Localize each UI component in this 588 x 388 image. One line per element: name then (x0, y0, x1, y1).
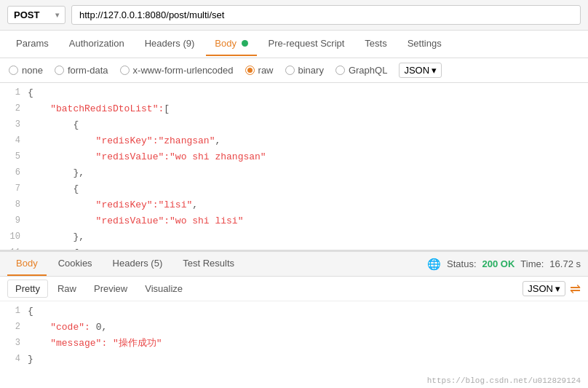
resp-tab-test-results[interactable]: Test Results (174, 252, 243, 276)
tab-authorization[interactable]: Authorization (60, 32, 133, 56)
method-selector[interactable]: POST ▾ (7, 6, 65, 24)
json-format-label: JSON (404, 65, 429, 76)
radio-binary-dot (285, 66, 295, 75)
resp-format-label: JSON (528, 283, 553, 294)
radio-none-dot (9, 66, 18, 75)
radio-raw[interactable]: raw (245, 65, 274, 76)
url-input[interactable] (71, 5, 581, 25)
url-bar: POST ▾ (0, 0, 588, 31)
tab-settings[interactable]: Settings (399, 32, 450, 56)
resp-code-line-3: 3 "message": "操作成功" (0, 336, 588, 352)
code-line-2: 2 "batchRedisDtoList":[ (0, 102, 588, 118)
radio-urlencoded-dot (120, 66, 130, 75)
code-line-1: 1 { (0, 86, 588, 102)
response-body-editor[interactable]: 1 { 2 "code": 0, 3 "message": "操作成功" 4 }… (0, 301, 588, 388)
request-tab-bar: Params Authorization Headers (9) Body Pr… (0, 31, 588, 58)
response-toolbar: Pretty Raw Preview Visualize JSON ▾ ⇌ (0, 277, 588, 301)
radio-urlencoded[interactable]: x-www-form-urlencoded (120, 65, 234, 76)
resp-format-dropdown[interactable]: JSON ▾ (523, 281, 565, 296)
tab-tests[interactable]: Tests (356, 32, 395, 56)
request-body-editor[interactable]: 1 { 2 "batchRedisDtoList":[ 3 { 4 "redis… (0, 83, 588, 250)
radio-graphql-dot (335, 66, 345, 75)
watermark: https://blog.csdn.net/u012829124 (427, 376, 581, 385)
resp-view-preview[interactable]: Preview (86, 280, 135, 298)
status-label: Status: (447, 258, 476, 269)
resp-view-raw[interactable]: Raw (49, 280, 84, 298)
resp-code-line-4: 4 } (0, 352, 588, 368)
chevron-down-icon: ▾ (432, 65, 437, 76)
radio-form-data-dot (55, 66, 64, 75)
method-label: POST (14, 9, 39, 20)
status-value: 200 OK (482, 258, 515, 269)
tab-headers[interactable]: Headers (9) (136, 32, 204, 56)
radio-graphql[interactable]: GraphQL (335, 65, 387, 76)
time-label: Time: (520, 258, 544, 269)
resp-tab-body[interactable]: Body (7, 252, 47, 276)
response-tab-bar: Body Cookies Headers (5) Test Results 🌐 … (0, 250, 588, 277)
code-line-10: 10 }, (0, 230, 588, 246)
code-line-9: 9 "redisValue":"wo shi lisi" (0, 214, 588, 230)
radio-binary[interactable]: binary (285, 65, 324, 76)
code-line-8: 8 "redisKey":"lisi", (0, 198, 588, 214)
code-line-7: 7 { (0, 182, 588, 198)
radio-raw-dot (245, 66, 255, 75)
code-line-5: 5 "redisValue":"wo shi zhangsan" (0, 150, 588, 166)
radio-none[interactable]: none (9, 65, 43, 76)
response-meta: 🌐 Status: 200 OK Time: 16.72 s (427, 258, 581, 271)
resp-code-line-2: 2 "code": 0, (0, 320, 588, 336)
json-format-dropdown[interactable]: JSON ▾ (399, 63, 442, 78)
wrap-lines-icon[interactable]: ⇌ (570, 281, 581, 297)
radio-form-data[interactable]: form-data (55, 65, 108, 76)
tab-pre-request[interactable]: Pre-request Script (260, 32, 354, 56)
resp-tab-cookies[interactable]: Cookies (49, 252, 101, 276)
resp-view-visualize[interactable]: Visualize (137, 280, 191, 298)
body-type-bar: none form-data x-www-form-urlencoded raw… (0, 58, 588, 83)
resp-code-line-1: 1 { (0, 304, 588, 320)
body-active-dot (242, 40, 248, 47)
resp-toolbar-right: JSON ▾ ⇌ (523, 281, 581, 297)
code-line-4: 4 "redisKey":"zhangsan", (0, 134, 588, 150)
globe-icon: 🌐 (427, 258, 441, 271)
tab-body[interactable]: Body (206, 32, 256, 56)
tab-params[interactable]: Params (7, 32, 57, 56)
time-value: 16.72 s (549, 258, 581, 269)
chevron-down-icon: ▾ (555, 283, 560, 294)
code-line-3: 3 { (0, 118, 588, 134)
code-line-6: 6 }, (0, 166, 588, 182)
resp-view-pretty[interactable]: Pretty (7, 280, 48, 298)
chevron-down-icon: ▾ (55, 11, 59, 19)
resp-tab-headers[interactable]: Headers (5) (104, 252, 172, 276)
